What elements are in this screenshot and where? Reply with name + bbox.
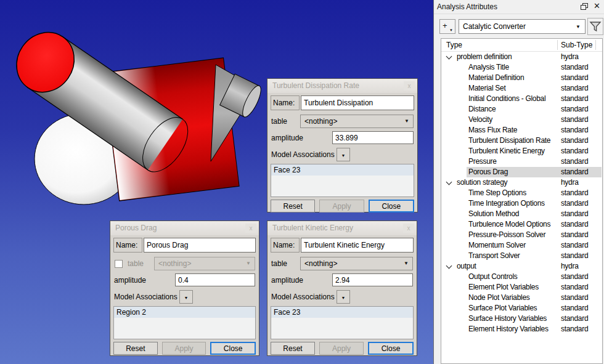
associations-list[interactable]: Face 23 <box>271 306 414 339</box>
tree-body: problem definitionhydraAnalysis Titlesta… <box>441 52 602 334</box>
tree-item-row[interactable]: Surface History Variablesstandard <box>441 313 602 324</box>
tree-type-label: Momentum Solver <box>468 240 526 251</box>
tree-item-row[interactable]: Time Step Optionsstandard <box>441 188 602 198</box>
filter-button[interactable] <box>587 18 603 35</box>
tree-item-row[interactable]: Turbulence Model Optionsstandard <box>441 219 602 230</box>
tree-subtype-label: standard <box>561 135 588 146</box>
close-icon[interactable]: ✕ <box>594 1 600 10</box>
tree-type-label: Solution Method <box>468 209 519 219</box>
chevron-down-icon: ▼ <box>404 257 409 270</box>
apply-button[interactable]: Apply <box>319 200 364 212</box>
model-associations-button[interactable]: ▼ <box>179 290 193 304</box>
chevron-down-icon[interactable] <box>446 263 452 269</box>
table-label: table <box>128 259 154 268</box>
tree-item-row[interactable]: Momentum Solverstandard <box>441 240 602 251</box>
table-dropdown[interactable]: <nothing> ▼ <box>300 257 413 270</box>
tree-group-row[interactable]: problem definitionhydra <box>441 52 602 62</box>
list-item[interactable]: Face 23 <box>271 164 414 176</box>
tree-item-row[interactable]: Pressure-Poisson Solverstandard <box>441 230 602 240</box>
tree-item-row[interactable]: Transport Solverstandard <box>441 251 602 261</box>
tree-item-row[interactable]: Time Integration Optionsstandard <box>441 198 602 209</box>
amplitude-input[interactable] <box>175 273 255 286</box>
column-separator[interactable] <box>557 40 558 50</box>
tree-group-row[interactable]: outputhydra <box>441 261 602 272</box>
reset-button[interactable]: Reset <box>271 342 315 355</box>
turbulent-kinetic-energy-dialog: Turbulent Kinetic Energy x Name: table <… <box>267 220 417 356</box>
reset-button[interactable]: Reset <box>113 342 158 355</box>
tree-item-row[interactable]: Material Definitionstandard <box>441 73 602 83</box>
tree-item-row[interactable]: Material Setstandard <box>441 83 602 94</box>
tree-item-row[interactable]: Solution Methodstandard <box>441 209 602 219</box>
tree-item-row[interactable]: Initial Conditions - Globalstandard <box>441 94 602 104</box>
tree-item-row[interactable]: Turbulent Dissipation Ratestandard <box>441 135 602 146</box>
add-attribute-button[interactable]: + ▼ <box>439 19 455 34</box>
tree-item-row[interactable]: Output Controlsstandard <box>441 272 602 282</box>
list-item[interactable]: Face 23 <box>271 307 413 318</box>
tree-item-row[interactable]: Turbulent Kinetic Energystandard <box>441 146 602 156</box>
tree-item-row[interactable]: Pressurestandard <box>441 156 602 167</box>
close-icon[interactable]: x <box>404 81 415 91</box>
tree-item-row[interactable]: Element Plot Variablesstandard <box>441 282 602 293</box>
close-button[interactable]: Close <box>210 342 256 355</box>
column-header-subtype[interactable]: Sub-Type <box>561 39 592 51</box>
tree-subtype-label: standard <box>561 230 588 240</box>
tree-item-row[interactable]: Surface Plot Variablesstandard <box>441 303 602 313</box>
tree-item-row[interactable]: Distancestandard <box>441 104 602 115</box>
tree-item-row[interactable]: Analysis Titlestandard <box>441 62 602 73</box>
tree-type-label: Element Plot Variables <box>468 282 539 293</box>
analysis-attributes-panel: Analysis Attributes ✕ + ▼ Catalytic Conv… <box>433 0 604 364</box>
apply-button[interactable]: Apply <box>162 342 206 355</box>
amplitude-input[interactable] <box>332 131 414 144</box>
apply-button[interactable]: Apply <box>319 342 364 355</box>
close-icon[interactable]: x <box>403 224 414 233</box>
tree-subtype-label: standard <box>561 313 588 324</box>
tree-subtype-label: standard <box>561 146 588 156</box>
name-label: Name: <box>271 95 300 110</box>
tree-type-label: Turbulent Dissipation Rate <box>468 135 550 146</box>
table-dropdown[interactable]: <nothing> ▼ <box>300 115 414 128</box>
name-input[interactable] <box>144 238 256 253</box>
tree-type-label: Initial Conditions - Global <box>468 94 545 104</box>
tree-type-label: Pressure <box>468 156 497 167</box>
dialog-titlebar[interactable]: Turbulent Kinetic Energy x <box>267 221 417 235</box>
dialog-titlebar[interactable]: Porous Drag x <box>110 221 259 235</box>
tree-item-row[interactable]: Node Plot Variablesstandard <box>441 293 602 303</box>
dialog-titlebar[interactable]: Turbulent Dissipation Rate x <box>267 79 417 93</box>
model-selector-dropdown[interactable]: Catalytic Converter ▼ <box>459 19 586 34</box>
close-button[interactable]: Close <box>368 342 414 355</box>
amplitude-label: amplitude <box>271 276 332 285</box>
attributes-tree: Type Sub-Type problem definitionhydraAna… <box>441 38 603 364</box>
associations-list[interactable]: Region 2 <box>113 306 256 339</box>
funnel-icon <box>589 20 602 33</box>
name-input[interactable] <box>301 95 414 110</box>
name-input[interactable] <box>301 238 414 253</box>
reset-button[interactable]: Reset <box>271 200 315 212</box>
table-checkbox[interactable] <box>115 260 123 268</box>
column-separator[interactable] <box>595 40 596 50</box>
tree-subtype-label: hydra <box>561 261 579 272</box>
plus-icon: + <box>443 21 447 30</box>
close-button[interactable]: Close <box>369 200 414 212</box>
chevron-down-icon[interactable] <box>446 179 452 185</box>
dialog-title: Turbulent Dissipation Rate <box>272 81 359 90</box>
table-dropdown-value: <nothing> <box>304 117 337 126</box>
amplitude-input[interactable] <box>332 273 413 286</box>
tree-type-label: Turbulence Model Options <box>468 219 550 230</box>
chevron-down-icon[interactable] <box>446 54 452 60</box>
associations-list[interactable]: Face 23 <box>271 164 414 197</box>
tree-item-row[interactable]: Element History Variablesstandard <box>441 324 602 334</box>
chevron-down-icon: ▼ <box>184 295 189 299</box>
tree-item-row[interactable]: Mass Flux Ratestandard <box>441 125 602 135</box>
model-associations-button[interactable]: ▼ <box>337 148 350 161</box>
tree-type-label: Output Controls <box>468 272 518 282</box>
tree-item-row[interactable]: Velocitystandard <box>441 115 602 125</box>
float-window-icon[interactable] <box>581 3 588 10</box>
column-header-type[interactable]: Type <box>446 39 462 51</box>
tree-subtype-label: standard <box>561 83 588 94</box>
tree-item-row[interactable]: Porous Dragstandard <box>441 167 602 177</box>
tree-subtype-label: standard <box>561 240 588 251</box>
list-item[interactable]: Region 2 <box>114 307 255 318</box>
tree-group-row[interactable]: solution strategyhydra <box>441 177 602 188</box>
close-icon[interactable]: x <box>245 224 256 233</box>
model-associations-button[interactable]: ▼ <box>337 290 350 304</box>
